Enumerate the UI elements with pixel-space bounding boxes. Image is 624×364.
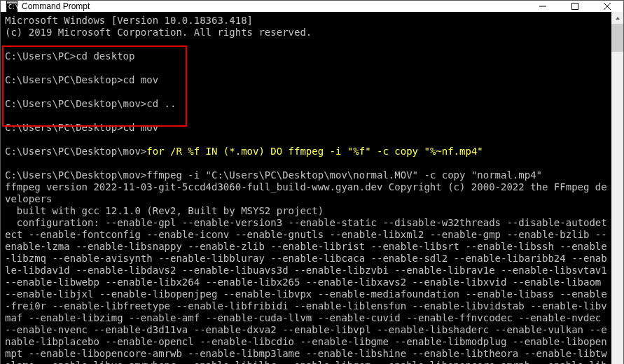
output-line: (c) 2019 Microsoft Corporation. All righ…	[5, 27, 607, 38]
command-text: cd mov	[123, 74, 159, 85]
output-line	[5, 38, 607, 50]
scrollbar-track[interactable]	[611, 24, 623, 364]
scrollbar-thumb[interactable]	[611, 24, 623, 52]
vertical-scrollbar[interactable]	[611, 12, 623, 364]
prompt: C:\Users\PC\Desktop>	[5, 122, 123, 133]
output-line: ffmpeg version 2022-11-03-git-5ccd4d3060…	[5, 181, 607, 205]
prompt: C:\Users\PC\Desktop>	[5, 74, 123, 85]
output-line: configuration: --enable-gpl --enable-ver…	[5, 217, 607, 364]
terminal-output[interactable]: Microsoft Windows [Version 10.0.18363.41…	[1, 12, 611, 364]
output-line	[5, 86, 607, 98]
close-button[interactable]	[591, 1, 623, 12]
output-line: built with gcc 12.1.0 (Rev2, Built by MS…	[5, 205, 607, 217]
svg-rect-1	[7, 1, 17, 4]
titlebar[interactable]: C:\ Command Prompt	[1, 1, 623, 12]
scroll-up-button[interactable]	[611, 12, 623, 24]
command-prompt-window: C:\ Command Prompt Microsoft Windows [Ve…	[0, 0, 624, 364]
maximize-button[interactable]	[559, 1, 591, 12]
output-line	[5, 158, 607, 169]
command-text: cd desktop	[76, 50, 134, 62]
window-title: Command Prompt	[22, 1, 90, 11]
highlighted-command: for /R %f IN (*.mov) DO ffmpeg -i "%f" -…	[146, 146, 483, 157]
cmd-icon: C:\	[6, 1, 18, 12]
svg-rect-5	[572, 4, 578, 10]
command-line: C:\Users\PC>cd desktop	[5, 50, 607, 62]
output-line	[5, 110, 607, 122]
svg-marker-8	[616, 17, 620, 20]
command-line: C:\Users\PC\Desktop>cd mov	[5, 122, 607, 134]
output-line: Microsoft Windows [Version 10.0.18363.41…	[5, 15, 607, 27]
terminal-area: Microsoft Windows [Version 10.0.18363.41…	[1, 12, 623, 364]
window-controls	[527, 1, 623, 12]
command-line: C:\Users\PC\Desktop>cd mov	[5, 74, 607, 86]
output-line	[5, 62, 607, 74]
titlebar-left: C:\ Command Prompt	[6, 1, 90, 12]
close-icon	[604, 3, 611, 10]
command-line: C:\Users\PC\Desktop\mov>ffmpeg -i "C:\Us…	[5, 169, 607, 181]
chevron-up-icon	[615, 15, 620, 21]
output-line	[5, 134, 607, 146]
prompt: C:\Users\PC>	[5, 50, 76, 62]
prompt: C:\Users\PC\Desktop\mov>	[5, 98, 146, 109]
minimize-button[interactable]	[527, 1, 559, 12]
minimize-icon	[539, 3, 546, 10]
command-text: cd mov	[123, 122, 159, 133]
command-line: C:\Users\PC\Desktop\mov>cd ..	[5, 98, 607, 110]
svg-text:C:\: C:\	[8, 4, 18, 10]
command-line: C:\Users\PC\Desktop\mov>for /R %f IN (*.…	[5, 146, 607, 158]
command-text: cd ..	[146, 98, 176, 109]
command-text: ffmpeg -i "C:\Users\PC\Desktop\mov\norma…	[146, 169, 542, 181]
prompt: C:\Users\PC\Desktop\mov>	[5, 169, 146, 181]
prompt: C:\Users\PC\Desktop\mov>	[5, 146, 146, 157]
maximize-icon	[571, 3, 578, 10]
